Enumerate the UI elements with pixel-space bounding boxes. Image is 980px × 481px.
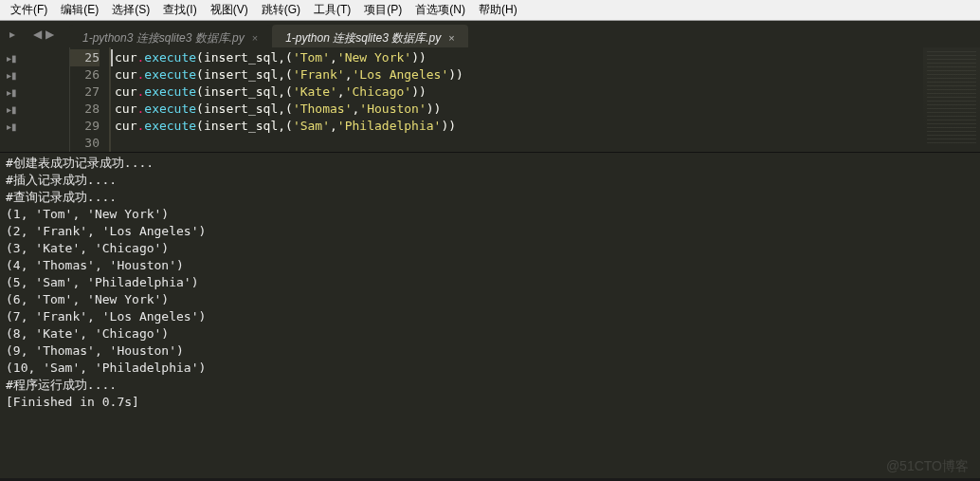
folder-expand-icon[interactable]: ▸▮ <box>0 66 24 83</box>
menu-find[interactable]: 查找(I) <box>156 0 203 20</box>
line-number: 29 <box>70 118 100 135</box>
side-strip <box>24 47 69 152</box>
nav-back-icon[interactable]: ◀ <box>33 28 42 41</box>
code-line[interactable]: cur.execute(insert_sql,('Frank','Los Ang… <box>115 66 980 83</box>
menu-prefs[interactable]: 首选项(N) <box>408 0 472 20</box>
tab-row: ▸ ◀ ▶ 1-python3 连接sqlite3 数据库.py × 1-pyt… <box>0 21 980 47</box>
line-number: 26 <box>70 66 100 83</box>
menu-help[interactable]: 帮助(H) <box>472 0 524 20</box>
tab-label: 1-python 连接sqlite3 数据库.py <box>285 30 441 46</box>
code-line[interactable]: cur.execute(insert_sql,('Sam','Philadelp… <box>115 118 980 135</box>
tabs: 1-python3 连接sqlite3 数据库.py × 1-python 连接… <box>69 21 469 47</box>
menu-project[interactable]: 项目(P) <box>357 0 408 20</box>
menu-file[interactable]: 文件(F) <box>4 0 54 20</box>
minimap[interactable] <box>923 47 980 150</box>
line-number: 30 <box>70 135 100 152</box>
menu-bar: 文件(F) 编辑(E) 选择(S) 查找(I) 视图(V) 跳转(G) 工具(T… <box>0 0 980 21</box>
tab-file-2[interactable]: 1-python 连接sqlite3 数据库.py × <box>272 25 468 47</box>
close-icon[interactable]: × <box>252 32 258 44</box>
code-line[interactable]: cur.execute(insert_sql,('Thomas','Housto… <box>115 101 980 118</box>
output-console[interactable]: #创建表成功记录成功.... #插入记录成功.... #查询记录成功.... (… <box>0 152 980 416</box>
menu-select[interactable]: 选择(S) <box>105 0 156 20</box>
nav-arrows: ◀ ▶ <box>24 28 69 41</box>
code-line[interactable] <box>115 135 980 152</box>
menu-goto[interactable]: 跳转(G) <box>255 0 307 20</box>
sidebar-toggle-icon[interactable]: ▸ <box>0 21 24 47</box>
project-folder-column[interactable]: ▸▮ ▸▮ ▸▮ ▸▮ ▸▮ <box>0 47 24 152</box>
tab-file-1[interactable]: 1-python3 连接sqlite3 数据库.py × <box>69 25 271 47</box>
close-icon[interactable]: × <box>448 32 454 44</box>
menu-tools[interactable]: 工具(T) <box>307 0 357 20</box>
folder-expand-icon[interactable]: ▸▮ <box>0 101 24 118</box>
code-line[interactable]: cur.execute(insert_sql,('Kate','Chicago'… <box>115 83 980 101</box>
folder-expand-icon[interactable]: ▸▮ <box>0 83 24 101</box>
line-number: 28 <box>70 101 100 118</box>
nav-forward-icon[interactable]: ▶ <box>45 28 54 41</box>
tab-label: 1-python3 连接sqlite3 数据库.py <box>82 30 245 46</box>
line-number-gutter: 252627282930 <box>69 47 109 152</box>
menu-view[interactable]: 视图(V) <box>204 0 255 20</box>
watermark: @51CTO博客 <box>886 458 969 475</box>
folder-expand-icon[interactable]: ▸▮ <box>0 118 24 135</box>
line-number: 27 <box>70 83 100 101</box>
code-line[interactable]: cur.execute(insert_sql,('Tom','New York'… <box>111 49 980 66</box>
folder-expand-icon[interactable]: ▸▮ <box>0 49 24 66</box>
menu-edit[interactable]: 编辑(E) <box>54 0 105 20</box>
editor-area: ▸▮ ▸▮ ▸▮ ▸▮ ▸▮ 252627282930 cur.execute(… <box>0 47 980 152</box>
line-number: 25 <box>70 49 100 66</box>
code-editor[interactable]: cur.execute(insert_sql,('Tom','New York'… <box>109 47 980 152</box>
